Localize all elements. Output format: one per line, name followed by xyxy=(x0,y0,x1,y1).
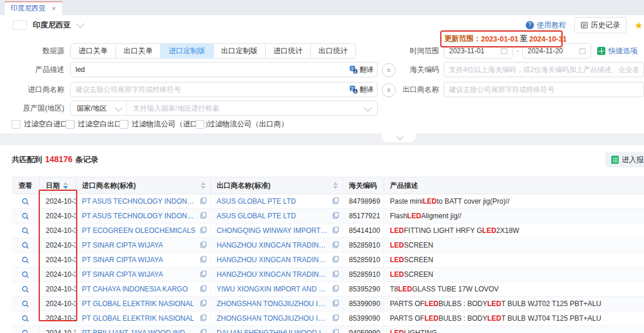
exporter-link[interactable]: HANGZHOU XINGCAN TRADING CO LTD xyxy=(217,241,328,249)
copy-icon[interactable] xyxy=(333,241,339,248)
enter-report-button[interactable]: 进入报告 xyxy=(605,152,644,167)
importer-link[interactable]: PT CAHAYA INDONESIA KARGO xyxy=(82,285,188,293)
importer-name-input[interactable] xyxy=(71,83,350,96)
view-search-icon[interactable] xyxy=(22,242,29,249)
column-header-3[interactable]: 进口商名称(标准) xyxy=(76,177,211,194)
importer-link[interactable]: PT SINAR CIPTA WIJAYA xyxy=(82,270,163,279)
sort-down-icon[interactable] xyxy=(201,186,205,189)
chevron-down-icon[interactable] xyxy=(364,104,372,112)
filter-checkbox[interactable]: 过滤物流公司（出口商） xyxy=(196,119,289,129)
datasource-tab[interactable]: 进口统计 xyxy=(265,43,311,59)
tutorial-link[interactable]: ? 使用教程 xyxy=(526,20,566,30)
sort-carets-icon[interactable] xyxy=(333,182,338,189)
quick-options-link[interactable]: 快捷选项 xyxy=(597,43,638,59)
exporter-link[interactable]: ZHONGSHAN TONGJIUZHOU INTERNA... xyxy=(217,300,328,308)
copy-icon[interactable] xyxy=(200,285,207,292)
copy-icon[interactable] xyxy=(200,197,207,204)
translate-button[interactable]: 文 A 翻译 xyxy=(350,65,377,75)
copy-icon[interactable] xyxy=(333,256,339,263)
view-search-icon[interactable] xyxy=(22,227,29,235)
exporter-link[interactable]: DALIAN SHENGZHIHUI WOOD INDUST... xyxy=(217,329,328,333)
checkbox-box-icon[interactable] xyxy=(66,120,74,129)
importer-link[interactable]: PT GLOBAL ELEKTRIK NASIONAL xyxy=(82,314,194,322)
close-icon[interactable]: × xyxy=(52,4,56,13)
view-search-icon[interactable] xyxy=(22,329,29,333)
checkbox-box-icon[interactable] xyxy=(12,120,20,129)
copy-icon[interactable] xyxy=(333,270,339,277)
exporter-link[interactable]: YIWU XIONGXIN IMPORT AND EXPORT... xyxy=(217,285,328,293)
importer-link[interactable]: PT BRILLIANT JAYA WOOD INDUSTRY xyxy=(82,329,196,333)
copy-icon[interactable] xyxy=(200,329,207,333)
datasource-tab[interactable]: 进口定制版 xyxy=(160,43,214,59)
hs-code-input[interactable] xyxy=(444,62,644,77)
exporter-link[interactable]: HANGZHOU XINGCAN TRADING CO LTD xyxy=(217,270,328,279)
product-desc-input[interactable] xyxy=(71,63,350,76)
copy-icon[interactable] xyxy=(333,226,339,234)
chevron-down-icon[interactable] xyxy=(77,21,83,29)
sort-up-icon[interactable] xyxy=(201,182,205,185)
view-search-icon[interactable] xyxy=(22,286,29,293)
date-cell: 2024-10-31 xyxy=(40,194,76,208)
column-header-4[interactable]: 出口商名称(标准) xyxy=(211,177,343,194)
copy-icon[interactable] xyxy=(200,314,207,321)
collapse-form-button[interactable] xyxy=(382,133,416,142)
date-cell: 2024-10-31 xyxy=(40,297,76,311)
sort-down-icon[interactable] xyxy=(63,186,68,189)
copy-icon[interactable] xyxy=(200,300,207,307)
origin-search-placeholder[interactable]: 支持输入国家/地区进行检索 xyxy=(127,104,364,114)
copy-icon[interactable] xyxy=(333,300,339,307)
importer-link[interactable]: PT GLOBAL ELEKTRIK NASIONAL xyxy=(82,300,194,308)
datasource-tab[interactable]: 出口定制版 xyxy=(213,43,266,59)
history-button[interactable]: 历史记录 xyxy=(574,17,626,33)
sort-up-icon[interactable] xyxy=(333,182,338,185)
datasource-tab[interactable]: 出口统计 xyxy=(310,43,356,59)
copy-icon[interactable] xyxy=(333,314,339,321)
view-cell xyxy=(12,224,40,238)
exact-match-toggle[interactable] xyxy=(382,83,396,97)
copy-icon[interactable] xyxy=(333,197,339,204)
exporter-link[interactable]: ASUS GLOBAL PTE LTD xyxy=(217,197,296,205)
exporter-link[interactable]: ASUS GLOBAL PTE LTD xyxy=(217,212,296,220)
importer-link[interactable]: PT ASUS TECHNOLOGY INDONESIA BA... xyxy=(82,212,196,220)
view-search-icon[interactable] xyxy=(22,300,29,308)
copy-icon[interactable] xyxy=(200,256,207,263)
sort-carets-icon[interactable] xyxy=(63,182,68,189)
exporter-link[interactable]: HANGZHOU XINGCAN TRADING CO LTD xyxy=(217,256,328,264)
sort-up-icon[interactable] xyxy=(63,182,68,185)
view-search-icon[interactable] xyxy=(22,256,29,264)
datasource-tabs: 进口关单出口关单进口定制版出口定制版进口统计出口统计 xyxy=(70,43,356,59)
favorite-star-icon[interactable]: ★ xyxy=(635,20,643,31)
checkbox-box-icon[interactable] xyxy=(119,120,128,129)
checkbox-box-icon[interactable] xyxy=(196,120,204,129)
importer-link[interactable]: PT ECOGREEN OLEOCHEMICALS xyxy=(82,226,196,235)
view-search-icon[interactable] xyxy=(22,212,29,220)
highlighted-term: LED xyxy=(423,197,437,205)
datasource-tab[interactable]: 出口关单 xyxy=(115,43,161,59)
copy-icon[interactable] xyxy=(200,226,207,234)
sort-carets-icon[interactable] xyxy=(201,182,205,189)
datasource-tab[interactable]: 进口关单 xyxy=(70,43,116,59)
copy-icon[interactable] xyxy=(200,270,207,277)
copy-icon[interactable] xyxy=(333,212,339,219)
importer-link[interactable]: PT SINAR CIPTA WIJAYA xyxy=(82,256,163,264)
exporter-name-input[interactable] xyxy=(444,82,644,97)
tab-indonesia[interactable]: 印度尼西亚 × xyxy=(5,1,62,15)
copy-icon[interactable] xyxy=(200,212,207,219)
date-cell: 2024-10-31 xyxy=(40,311,76,325)
importer-link[interactable]: PT ASUS TECHNOLOGY INDONESIA BA... xyxy=(82,197,196,205)
view-search-icon[interactable] xyxy=(22,315,29,322)
exporter-link[interactable]: ZHONGSHAN TONGJIUZHOU INTERNA... xyxy=(217,314,328,322)
copy-icon[interactable] xyxy=(200,241,207,248)
translate-button[interactable]: 文 A 翻译 xyxy=(350,85,377,95)
exporter-cell: HANGZHOU XINGCAN TRADING CO LTD xyxy=(211,253,343,267)
importer-link[interactable]: PT SINAR CIPTA WIJAYA xyxy=(82,241,163,249)
view-search-icon[interactable] xyxy=(22,271,29,279)
exporter-link[interactable]: CHONGQING WINWAY IMPORT AND E... xyxy=(217,226,328,235)
copy-icon[interactable] xyxy=(333,285,339,292)
origin-type-select[interactable]: 国家/地区 xyxy=(71,101,127,115)
sort-down-icon[interactable] xyxy=(333,186,338,189)
column-header-2[interactable]: 日期 xyxy=(40,177,76,194)
view-search-icon[interactable] xyxy=(22,198,29,205)
copy-icon[interactable] xyxy=(333,329,339,333)
exact-match-toggle[interactable] xyxy=(382,63,396,77)
